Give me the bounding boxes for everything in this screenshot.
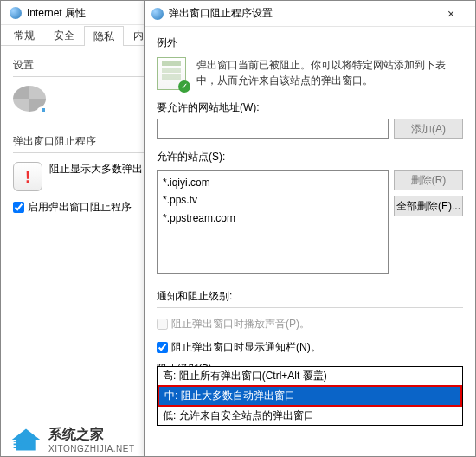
gear-icon <box>13 86 46 112</box>
enable-blocker-label: 启用弹出窗口阻止程序 <box>28 200 132 215</box>
check-icon: ✓ <box>178 80 190 93</box>
close-button[interactable]: × <box>434 7 468 21</box>
allowed-sites-row: *.iqiyi.com *.pps.tv *.ppstream.com 删除(R… <box>157 166 463 274</box>
allowed-sites-label: 允许的站点(S): <box>157 150 463 164</box>
exceptions-title: 例外 <box>157 35 463 50</box>
globe-icon <box>10 7 22 19</box>
play-sound-checkbox: 阻止弹出窗口时播放声音(P)。 <box>157 317 463 331</box>
dialog-body: 例外 ✓ 弹出窗口当前已被阻止。你可以将特定网站添加到下表中，从而允许来自该站点… <box>145 27 475 408</box>
list-item[interactable]: *.pps.tv <box>163 191 383 209</box>
eye-icon <box>37 106 49 113</box>
dialog-titlebar: 弹出窗口阻止程序设置 × <box>145 1 475 27</box>
allowed-sites-column: *.iqiyi.com *.pps.tv *.ppstream.com <box>157 166 389 274</box>
allowed-sites-listbox[interactable]: *.iqiyi.com *.pps.tv *.ppstream.com <box>157 170 389 274</box>
notify-title: 通知和阻止级别: <box>157 289 463 304</box>
watermark-text: 系统之家 XITONGZHIJIA.NET <box>48 426 135 454</box>
exceptions-row: ✓ 弹出窗口当前已被阻止。你可以将特定网站添加到下表中，从而允许来自该站点的弹出… <box>157 57 463 90</box>
play-sound-input <box>157 319 168 330</box>
list-item[interactable]: *.iqiyi.com <box>163 174 383 191</box>
address-input[interactable] <box>157 119 389 139</box>
dialog-title: Internet 属性 <box>27 1 86 25</box>
tab-general[interactable]: 常规 <box>4 25 44 45</box>
document-check-icon: ✓ <box>157 57 186 90</box>
enable-blocker-input[interactable] <box>13 202 24 213</box>
watermark-line1: 系统之家 <box>48 426 135 444</box>
delete-button[interactable]: 删除(R) <box>394 170 463 190</box>
level-option-low[interactable]: 低: 允许来自安全站点的弹出窗口 <box>158 407 462 425</box>
exceptions-text: 弹出窗口当前已被阻止。你可以将特定网站添加到下表中，从而允许来自该站点的弹出窗口… <box>196 57 463 90</box>
popup-blocker-settings-dialog: 弹出窗口阻止程序设置 × 例外 ✓ 弹出窗口当前已被阻止。你可以将特定网站添加到… <box>144 0 476 457</box>
highlight-box: 中: 阻止大多数自动弹出窗口 <box>158 385 462 407</box>
address-row: 添加(A) <box>157 119 463 139</box>
sites-button-column: 删除(R) 全部删除(E)... <box>394 166 463 216</box>
level-option-high[interactable]: 高: 阻止所有弹出窗口(Ctrl+Alt 覆盖) <box>158 367 462 385</box>
show-infobar-label: 阻止弹出窗口时显示通知栏(N)。 <box>171 340 321 355</box>
show-infobar-input[interactable] <box>157 342 168 353</box>
show-infobar-checkbox[interactable]: 阻止弹出窗口时显示通知栏(N)。 <box>157 340 463 355</box>
globe-icon <box>151 8 164 20</box>
tab-privacy[interactable]: 隐私 <box>84 26 124 46</box>
delete-all-button[interactable]: 全部删除(E)... <box>394 196 463 216</box>
dialog-title: 弹出窗口阻止程序设置 <box>169 6 273 21</box>
tab-security[interactable]: 安全 <box>44 25 84 45</box>
list-item[interactable]: *.ppstream.com <box>163 209 383 227</box>
play-sound-label: 阻止弹出窗口时播放声音(P)。 <box>171 317 310 331</box>
watermark-line2: XITONGZHIJIA.NET <box>48 444 135 454</box>
exclamation-icon: ! <box>25 167 31 187</box>
watermark: 系统之家 XITONGZHIJIA.NET <box>10 426 135 454</box>
shield-icon: ! <box>13 162 42 191</box>
add-button[interactable]: 添加(A) <box>394 119 463 139</box>
block-level-dropdown[interactable]: 高: 阻止所有弹出窗口(Ctrl+Alt 覆盖) 中: 阻止大多数自动弹出窗口 … <box>157 366 463 426</box>
divider <box>157 307 463 308</box>
level-option-medium[interactable]: 中: 阻止大多数自动弹出窗口 <box>159 387 460 405</box>
address-label: 要允许的网站地址(W): <box>157 100 463 115</box>
house-icon <box>10 427 42 453</box>
